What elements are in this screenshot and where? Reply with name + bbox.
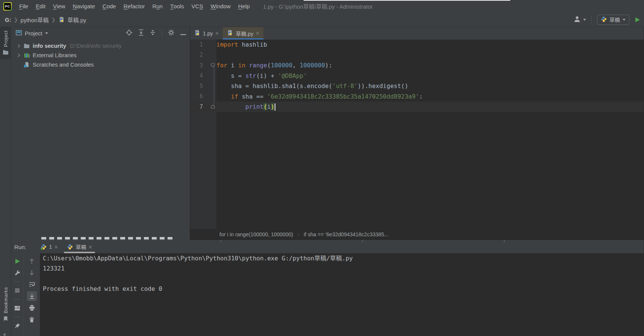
down-stack-trace-icon[interactable] [27, 268, 37, 278]
clear-console-icon[interactable] [27, 315, 37, 324]
pycharm-logo-icon: PC [3, 2, 12, 11]
window-title: 1.py - G:\python草稿\草稿.py - Administrator [263, 0, 373, 12]
tree-item-label: Scratches and Consoles [33, 61, 94, 68]
menu-item-run[interactable]: Run [148, 0, 166, 12]
menu-item-navigate[interactable]: Navigate [69, 0, 99, 12]
hide-panel-icon[interactable] [180, 30, 186, 37]
menu-item-edit[interactable]: Edit [32, 0, 49, 12]
console-output: C:\Users\0mobb\AppData\Local\Programs\Py… [40, 253, 644, 336]
breadcrumb-separator-icon: ❯ [51, 17, 56, 23]
console-line: Process finished with exit code 0 [43, 284, 644, 294]
python-file-icon [227, 30, 233, 37]
menu-item-vcs[interactable]: VCS [188, 0, 207, 12]
close-icon[interactable] [89, 245, 92, 249]
run-configuration-select[interactable]: 草稿 [597, 15, 629, 25]
code-editor[interactable]: 1import hashlib23for i in range(100000, … [190, 40, 644, 229]
toolbar-separator [14, 281, 21, 282]
tool-button-project[interactable]: Project [0, 27, 11, 59]
close-icon[interactable] [215, 32, 219, 35]
menu-item-window[interactable]: Window [207, 0, 234, 12]
editor-tab-1-py[interactable]: 1.py [190, 27, 223, 40]
up-stack-trace-icon[interactable] [27, 256, 37, 266]
breadcrumb-for-loop[interactable]: for i in range(100000, 1000000) [219, 231, 293, 237]
python-file-icon [194, 30, 200, 37]
console-line: 123321 [43, 263, 644, 274]
scroll-to-end-icon[interactable] [27, 291, 37, 301]
text-caret [275, 103, 275, 111]
stop-button[interactable] [12, 286, 22, 295]
line-number: 7 [195, 103, 203, 110]
settings-wrench-icon[interactable] [12, 268, 22, 278]
project-panel: Project info securityD:\Desk\info securi… [11, 27, 190, 240]
menu-item-refactor[interactable]: Refactor [120, 0, 149, 12]
tree-item-info-security[interactable]: info securityD:\Desk\info security [11, 41, 190, 50]
code-line-6[interactable]: 6 if sha == '6e32d0943418c2c33385bc35a14… [190, 91, 644, 102]
breadcrumb-file[interactable]: 草稿.py [68, 16, 86, 24]
editor-area: 1.py草稿.py 1import hashlib23for i in rang… [190, 27, 644, 240]
tree-item-external-libraries[interactable]: External Libraries [11, 50, 190, 60]
code-line-4[interactable]: 4 s = str(i) + '@DBApp' [190, 71, 644, 81]
line-number: 6 [195, 93, 203, 100]
close-icon[interactable] [256, 32, 259, 35]
gutter-cell: 7 [190, 102, 216, 112]
folder-icon [3, 50, 9, 56]
menu-item-code[interactable]: Code [99, 0, 120, 12]
code-line-1[interactable]: 1import hashlib [190, 40, 644, 50]
print-icon[interactable] [27, 303, 37, 313]
run-panel-header: Run: 1草稿 [11, 240, 644, 253]
console-line: C:\Users\0mobb\AppData\Local\Programs\Py… [43, 253, 644, 263]
breadcrumb-if-statement[interactable]: if sha == '6e32d0943418c2c33385... [304, 231, 389, 237]
menu-item-help[interactable]: Help [234, 0, 254, 12]
code-line-3[interactable]: 3for i in range(100000, 1000000): [190, 60, 644, 71]
gutter-cell: 4 [190, 71, 216, 81]
settings-gear-icon[interactable] [168, 29, 174, 37]
clipped-tool-button-label: e [3, 332, 6, 336]
editor-tab-bar: 1.py草稿.py [190, 27, 644, 40]
fold-marker-icon[interactable] [210, 104, 215, 109]
splitter-tick [221, 240, 221, 242]
close-icon[interactable] [54, 245, 58, 249]
menu-item-file[interactable]: File [15, 0, 32, 12]
navigation-bar: G: ❯ python草稿 ❯ 草稿.py 草稿 [0, 12, 644, 27]
menu-item-view[interactable]: View [49, 0, 69, 12]
expand-chevron-icon[interactable] [16, 53, 22, 57]
code-line-7[interactable]: 7 print(i) [190, 102, 644, 112]
breadcrumb-folder[interactable]: python草稿 [21, 16, 49, 24]
toolbar-separator [14, 299, 21, 300]
clipped-tree-row [41, 237, 173, 240]
run-button[interactable] [635, 17, 640, 23]
expand-all-icon[interactable] [138, 29, 144, 37]
editor-tab-1[interactable]: 草稿.py [223, 27, 263, 40]
breadcrumb-drive[interactable]: G: [5, 17, 11, 23]
rerun-button[interactable] [12, 256, 22, 266]
expand-chevron-icon[interactable] [16, 44, 22, 48]
run-panel-label: Run: [14, 240, 26, 253]
run-tab-1[interactable]: 1 [36, 240, 63, 253]
line-number: 1 [195, 41, 203, 48]
tree-item-scratches-and-consoles[interactable]: Scratches and Consoles [11, 60, 190, 69]
tool-button-bookmarks[interactable]: Bookmarks [0, 284, 11, 325]
user-menu-button[interactable] [573, 16, 586, 24]
pycharm-logo-text: PC [4, 3, 11, 10]
pin-tab-icon[interactable] [12, 321, 22, 331]
user-icon [573, 16, 581, 24]
restore-layout-icon[interactable] [12, 303, 22, 313]
code-line-2[interactable]: 2 [190, 50, 644, 61]
run-panel-body: C:\Users\0mobb\AppData\Local\Programs\Py… [11, 253, 644, 336]
menu-item-tools[interactable]: Tools [166, 0, 188, 12]
menu-bar: FileEditViewNavigateCodeRefactorRunTools… [15, 0, 254, 12]
fold-marker-icon[interactable] [210, 63, 215, 68]
chevron-down-icon[interactable] [45, 32, 48, 34]
soft-wrap-icon[interactable] [27, 280, 37, 289]
project-view-selector[interactable]: Project [25, 30, 42, 36]
code-text: sha = hashlib.sha1(s.encode('utf-8')).he… [216, 82, 644, 90]
code-line-5[interactable]: 5 sha = hashlib.sha1(s.encode('utf-8')).… [190, 81, 644, 91]
line-number: 5 [195, 83, 203, 90]
run-tab-1[interactable]: 草稿 [62, 240, 97, 253]
line-number: 3 [195, 62, 203, 69]
console-toolbar [23, 253, 40, 336]
select-opened-file-icon[interactable] [126, 29, 132, 37]
line-number: 2 [195, 52, 203, 58]
collapse-all-icon[interactable] [150, 29, 156, 37]
toolbar-divider [162, 30, 162, 37]
